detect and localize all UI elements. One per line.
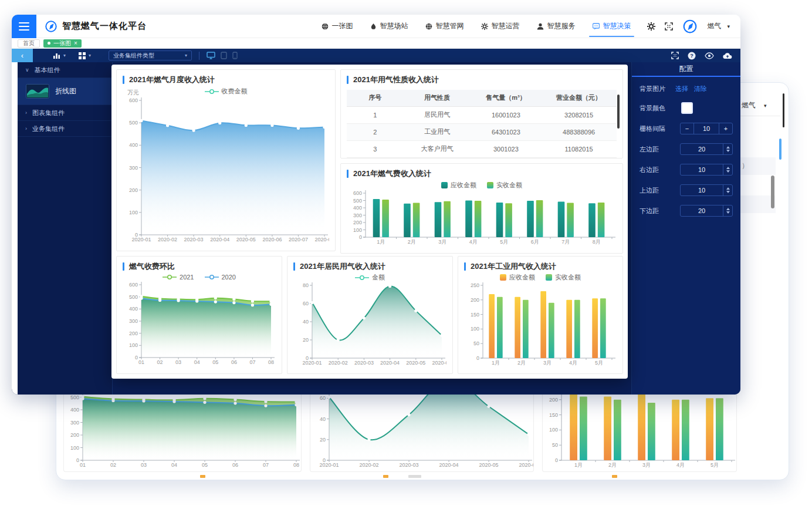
stepper-plus-button[interactable]: + xyxy=(719,125,732,132)
bg-image-clear-link[interactable]: 清除 xyxy=(694,85,707,93)
legend-fragment xyxy=(612,475,617,478)
card-industry-income: 2021年工业用气收入统计 应收金额实收金额 0501001502002501月… xyxy=(458,256,623,374)
scrollbar[interactable] xyxy=(771,176,774,208)
preview-eye-icon[interactable] xyxy=(705,52,714,59)
tab-one-map[interactable]: 一张图 × xyxy=(43,39,82,48)
card-title: 燃气收费环比 xyxy=(123,261,276,272)
sidebar-group-business[interactable]: › 业务集组件 xyxy=(18,121,112,137)
tab-home[interactable]: 首页 xyxy=(18,39,40,48)
tablet-icon[interactable] xyxy=(221,52,227,59)
help-icon[interactable]: ? xyxy=(688,52,696,60)
svg-text:0: 0 xyxy=(135,355,138,360)
stepper-minus-button[interactable]: − xyxy=(681,125,693,132)
globe-icon xyxy=(322,23,329,30)
tab-close-icon[interactable]: × xyxy=(74,41,77,46)
hamburger-menu-button[interactable] xyxy=(12,15,36,38)
legend-item[interactable]: 收费金额 xyxy=(205,87,248,96)
dashboard-preview-modal: 2021年燃气月度收入统计 万元 收费金额 010020030040050060… xyxy=(111,65,628,379)
svg-text:01: 01 xyxy=(138,359,144,365)
background-chart-card: 0204060802020-012020-022020-032020-04202… xyxy=(310,394,534,472)
config-row-grid-gap: 栅格间隔 − 10 + xyxy=(640,123,733,134)
legend-item[interactable]: 应收金额 xyxy=(500,273,535,282)
number-spinner[interactable] xyxy=(723,205,732,216)
svg-text:5月: 5月 xyxy=(595,360,603,366)
component-type-select[interactable]: 业务集组件类型 ▾ xyxy=(109,50,192,60)
select-caret-icon: ▾ xyxy=(185,53,187,58)
legend-item[interactable]: 2021 xyxy=(163,274,194,281)
svg-text:500: 500 xyxy=(353,198,362,204)
nav-item-decision[interactable]: 智慧决策 xyxy=(593,15,631,38)
expand-icon[interactable] xyxy=(671,52,679,59)
chart-legend: 20212020 xyxy=(123,273,276,281)
fullscreen-icon[interactable] xyxy=(665,22,673,31)
svg-text:100: 100 xyxy=(353,227,362,233)
svg-text:2020-07: 2020-07 xyxy=(289,237,308,242)
user-logo-icon[interactable] xyxy=(682,19,698,34)
scrollbar[interactable] xyxy=(783,93,784,127)
legend-item[interactable]: 实收金额 xyxy=(546,273,581,282)
device-preview-switch xyxy=(207,52,238,59)
fee-ratio-area-chart: 01002003004005006000102030405060708 xyxy=(123,281,276,369)
scrollbar[interactable] xyxy=(617,95,620,129)
bg-image-select-link[interactable]: 选择 xyxy=(675,85,688,93)
svg-text:08: 08 xyxy=(293,462,299,468)
svg-text:500: 500 xyxy=(70,395,79,400)
nav-right: 燃气 ▾ xyxy=(647,19,730,34)
card-resident-income: 2021年居民用气收入统计 金额 0204060802020-012020-02… xyxy=(287,256,453,374)
nav-item-operations[interactable]: 智慧运营 xyxy=(481,15,519,38)
desktop-icon[interactable] xyxy=(207,52,215,59)
legend-item[interactable]: 应收金额 xyxy=(441,181,476,190)
legend-fragment xyxy=(200,475,205,478)
svg-text:4月: 4月 xyxy=(469,239,478,245)
svg-text:80: 80 xyxy=(303,282,309,288)
app-window: 智慧燃气一体化平台 一张图 智慧场站 智慧管网 智慧运营 智慧服务 xyxy=(12,15,740,395)
number-spinner[interactable] xyxy=(723,185,732,195)
sidebar-group-basic[interactable]: ∨ 基本组件 xyxy=(18,62,112,78)
phone-icon[interactable] xyxy=(232,52,238,59)
widget-grid-dropdown[interactable]: ▾ xyxy=(79,52,91,59)
margin-bottom-input[interactable]: 20 xyxy=(680,205,733,217)
margin-right-input[interactable]: 10 xyxy=(680,164,733,176)
svg-text:3月: 3月 xyxy=(543,360,552,366)
nav-menu: 一张图 智慧场站 智慧管网 智慧运营 智慧服务 智慧决策 xyxy=(322,15,631,38)
widget-grid-icon xyxy=(79,52,86,59)
svg-text:02: 02 xyxy=(157,359,163,365)
nav-item-one-map[interactable]: 一张图 xyxy=(322,15,353,38)
number-spinner[interactable] xyxy=(723,164,732,175)
svg-text:2月: 2月 xyxy=(608,462,617,468)
collapse-sidebar-button[interactable]: ‹ xyxy=(12,49,33,62)
accent-fragment xyxy=(779,139,781,160)
svg-text:2020-03: 2020-03 xyxy=(184,237,204,242)
background-window-user[interactable]: 燃气 ▾ xyxy=(742,100,767,110)
sidebar-item-line-chart[interactable]: 折线图 xyxy=(18,78,112,105)
bg-color-swatch[interactable] xyxy=(681,102,693,114)
svg-text:100: 100 xyxy=(549,427,558,433)
legend-item[interactable]: 实收金额 xyxy=(487,181,522,190)
margin-left-input[interactable]: 20 xyxy=(680,143,733,155)
svg-text:0: 0 xyxy=(359,234,362,240)
svg-text:3月: 3月 xyxy=(642,462,651,468)
svg-text:8月: 8月 xyxy=(593,239,601,245)
margin-top-input[interactable]: 10 xyxy=(680,184,733,196)
card-title: 2021年用气性质收入统计 xyxy=(347,75,617,85)
nav-item-service[interactable]: 智慧服务 xyxy=(537,15,575,38)
save-cloud-icon[interactable] xyxy=(723,52,732,59)
legend-fragment xyxy=(383,475,388,478)
svg-text:400: 400 xyxy=(70,407,79,413)
nav-item-pipeline[interactable]: 智慧管网 xyxy=(425,15,463,38)
gas-fee-bar-chart: 01002003004005006001月2月3月4月5月6月7月8月 xyxy=(347,190,617,248)
number-spinner[interactable] xyxy=(723,144,732,154)
svg-text:2020-04: 2020-04 xyxy=(439,462,458,468)
tenant-switcher[interactable]: 燃气 ▾ xyxy=(707,21,730,31)
sidebar-group-chartset[interactable]: › 图表集组件 xyxy=(18,105,112,121)
chart-type-dropdown[interactable]: ▾ xyxy=(53,52,66,59)
nav-item-station[interactable]: 智慧场站 xyxy=(370,15,408,38)
background-charts-row: 01002003004005006000102030405060708 0204… xyxy=(63,394,737,472)
svg-text:300: 300 xyxy=(129,318,138,324)
svg-text:150: 150 xyxy=(549,412,558,418)
legend-item[interactable]: 2020 xyxy=(205,274,236,281)
legend-item[interactable]: 金额 xyxy=(355,273,385,282)
industry-income-bar-chart: 0501001502002501月2月3月4月5月 xyxy=(464,282,617,369)
settings-gear-icon[interactable] xyxy=(647,22,655,31)
stepper-value[interactable]: 10 xyxy=(693,123,719,134)
